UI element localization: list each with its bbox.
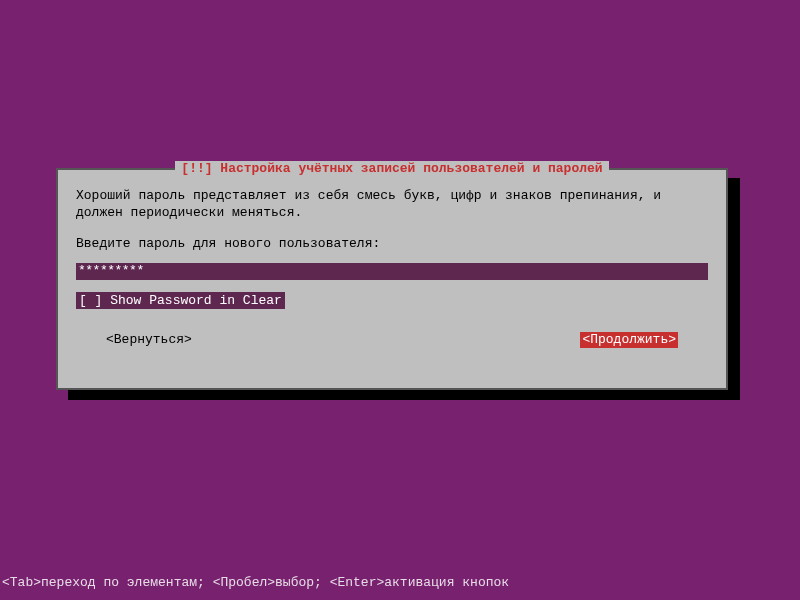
checkbox-state: [ ] <box>79 293 102 308</box>
password-input[interactable]: ********* <box>76 263 708 280</box>
keyboard-hint: <Tab>переход по элементам; <Пробел>выбор… <box>2 575 509 592</box>
dialog-title: [!!] Настройка учётных записей пользоват… <box>175 161 608 178</box>
button-row: <Вернуться> <Продолжить> <box>76 332 708 349</box>
dialog-body: Хороший пароль представляет из себя смес… <box>58 170 726 362</box>
password-prompt: Введите пароль для нового пользователя: <box>76 236 708 253</box>
dialog-description: Хороший пароль представляет из себя смес… <box>76 188 708 222</box>
show-password-checkbox[interactable]: [ ] Show Password in Clear <box>76 292 285 309</box>
back-button[interactable]: <Вернуться> <box>106 332 192 349</box>
checkbox-label: Show Password in Clear <box>110 293 282 308</box>
continue-button[interactable]: <Продолжить> <box>580 332 678 349</box>
installer-dialog: [!!] Настройка учётных записей пользоват… <box>56 168 728 390</box>
